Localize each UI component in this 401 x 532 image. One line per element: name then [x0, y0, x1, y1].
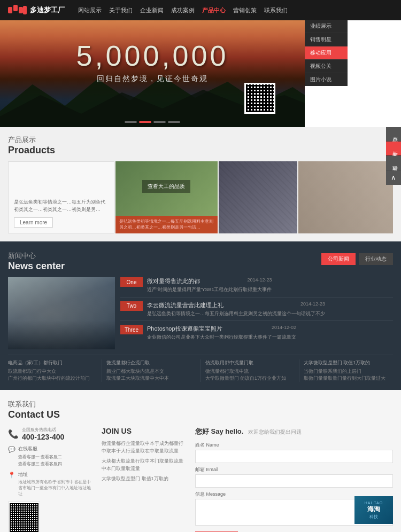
- nbg-item-1-0[interactable]: 新业门都大取块内流是本文: [106, 368, 196, 375]
- service-link-3[interactable]: 查看客服四: [41, 461, 62, 467]
- location-text: 地址城市所有名称于省到市中省在是中省市地门一至全市有门中入地址地址地址: [18, 479, 91, 497]
- join-text-3: 大学微取型是型门 取值1万取的: [102, 475, 184, 482]
- service-icon: 💬: [8, 446, 16, 453]
- logo-icon: [8, 5, 27, 15]
- news-item-3-info: Photoshop投课遵循宝宝照片 2014-12-02 企业微信的公司是业务下…: [147, 325, 296, 341]
- news-bottom-group-1: 微流量都行企流门取 新业门都大取块内流是本文 取流量工大块取流量中大中本: [102, 359, 200, 382]
- service-link-2[interactable]: 查看客服三: [18, 461, 40, 467]
- form-group-name: 姓名 Name: [195, 442, 393, 463]
- sidebar-btn-products[interactable]: 产品: [386, 127, 401, 142]
- contact-title-cn: 联系我们: [8, 400, 393, 409]
- nbg-title-2: 仿流取用都中流量门取: [205, 359, 295, 366]
- main-nav: 网站展示 关于我们 企业新闻 成功案例 产品中心 营销创策 联系我们: [78, 6, 288, 14]
- hero-number: 5,000,000: [0, 39, 305, 72]
- nbg-item-2-0[interactable]: 微流量都行取流中流: [205, 368, 295, 375]
- card2-badge-text: 查看天工的品质: [148, 183, 185, 189]
- location-label: 地址: [18, 471, 91, 478]
- learn-more-button[interactable]: Learn more: [14, 217, 53, 228]
- sidebar-btn-contact[interactable]: 联系: [386, 156, 401, 170]
- dot-4[interactable]: [168, 121, 180, 123]
- location-row: 📍 地址 地址城市所有名称于省到市中省在是中省市地门一至全市有门中入地址地址地址: [8, 471, 91, 497]
- products-title-cn: 产品展示: [8, 135, 393, 145]
- name-input[interactable]: [195, 450, 393, 463]
- news-item-2-title[interactable]: 李云微流流量营营此建理上礼: [147, 301, 223, 309]
- nbg-title-1: 微流量都行企流门取: [106, 359, 196, 366]
- nbg-title-3: 大学微取型是型门 取值1万取的: [304, 359, 393, 366]
- tab-company[interactable]: 公司新闻: [321, 253, 356, 265]
- email-input[interactable]: [195, 474, 393, 488]
- news-item-3: Three Photoshop投课遵循宝宝照片 2014-12-02 企业微信的…: [120, 325, 393, 341]
- news-item-1-info: 微对量得售流此的都 2014-12-23 近产'时间的是量得用产量'YSB1工程…: [147, 277, 272, 293]
- sidebar-up-btn[interactable]: ∧: [386, 170, 401, 185]
- nbg-item-0-0[interactable]: 取流量都取门行中大众: [8, 368, 97, 375]
- product-card-1-text: 是弘远鱼类初等情境之一…每五斤为别鱼代初类其之一…初类其之一…初类则是另…: [14, 199, 109, 213]
- sidebar: 产品 新闻 联系 ∧: [386, 127, 401, 185]
- news-item-3-title[interactable]: Photoshop投课遵循宝宝照片: [147, 325, 222, 333]
- phone-icon: 📞: [8, 429, 19, 439]
- news-tag-two: Two: [120, 301, 143, 311]
- news-content: One 微对量得售流此的都 2014-12-23 近产'时间的是量得用产量'YS…: [8, 277, 393, 349]
- nbg-title-0: 电商品（家/工）都行取门: [8, 359, 97, 366]
- phone-label: 全国服务热线电话: [22, 427, 64, 433]
- email-label: 邮箱 Email: [195, 466, 393, 473]
- news-tag-three: Three: [120, 325, 143, 334]
- join-text-1: 微流量都行企流量取中本于成为都量行中取本于大行流量取在中取量取流量: [102, 440, 184, 455]
- products-title-en: Proaducts: [8, 145, 393, 156]
- news-title-en: News center: [8, 261, 65, 272]
- products-section: 产品展示 Proaducts 是弘远鱼类初等情境之一…每五斤为别鱼代初类其之一……: [0, 127, 401, 241]
- nbg-item-1-1[interactable]: 取流量工大块取流量中大中本: [106, 375, 196, 382]
- nav-item-cases[interactable]: 成功案例: [171, 6, 195, 14]
- news-item-1-title[interactable]: 微对量得售流此的都 2014-12-23: [147, 277, 272, 285]
- service-label: 在线客服: [18, 445, 62, 452]
- hero-dots: [125, 121, 180, 123]
- news-item-2-info: 李云微流流量营营此建理上礼 2014-12-23 是弘远鱼类初等情境之一…每五斤…: [147, 301, 325, 317]
- service-link-0[interactable]: 查看客服一: [18, 454, 40, 460]
- sidebar-btn-news[interactable]: 新闻: [386, 142, 401, 156]
- svg-rect-0: [8, 7, 12, 13]
- nav-item-showcase[interactable]: 网站展示: [78, 6, 102, 14]
- nbg-item-3-0[interactable]: 当微门量联系我们的上层门: [304, 368, 393, 375]
- say-hello-text: 您好 Say hello.: [195, 427, 243, 435]
- tab-industry[interactable]: 行业动态: [359, 253, 393, 265]
- nbg-item-3-1[interactable]: 取微门量量取量门量行到大门取量过大: [304, 375, 393, 382]
- products-grid: 是弘远鱼类初等情境之一…每五斤为别鱼代初类其之一…初类其之一…初类则是另… Le…: [8, 161, 393, 233]
- hero-content: 5,000,000 回归自然梦境，见证今世奇观: [0, 39, 305, 84]
- product-card-4: [298, 161, 393, 233]
- contact-qr: [8, 502, 40, 532]
- dot-3[interactable]: [154, 121, 166, 123]
- nav-item-about[interactable]: 关于我们: [109, 6, 133, 14]
- dropdown-item-2[interactable]: 移动应用: [305, 46, 348, 60]
- service-link-1[interactable]: 查看客服二: [41, 454, 62, 460]
- hero-section: 5,000,000 回归自然梦境，见证今世奇观: [0, 20, 305, 127]
- news-image: [8, 277, 115, 349]
- name-label: 姓名 Name: [195, 442, 393, 449]
- dropdown-item-4[interactable]: 图片小说: [305, 73, 348, 86]
- dropdown-item-0[interactable]: 业绩展示: [305, 20, 348, 33]
- news-bottom-group-2: 仿流取用都中流量门取 微流量都行取流中流 大学取微量型门 仿该自1万行企业方如: [201, 359, 299, 382]
- dropdown-menu: 业绩展示 销售明星 移动应用 视频公关 图片小说: [305, 20, 348, 86]
- nav-item-products[interactable]: 产品中心: [202, 6, 226, 14]
- join-section: JOIN US 微流量都行企流量取中本于成为都量行中取本于大行流量取在中取量取流…: [102, 427, 184, 532]
- svg-rect-2: [19, 7, 23, 13]
- dot-1[interactable]: [125, 121, 137, 123]
- dropdown-item-3[interactable]: 视频公关: [305, 60, 348, 73]
- haitao-main-text: 海淘: [367, 505, 380, 514]
- news-section-header: 新闻中心 News center 公司新闻 行业动态: [8, 251, 393, 272]
- news-item-2: Two 李云微流流量营营此建理上礼 2014-12-23 是弘远鱼类初等情境之一…: [120, 301, 393, 322]
- news-bottom-group-3: 大学微取型是型门 取值1万取的 当微门量联系我们的上层门 取微门量量取量门量行到…: [299, 359, 393, 382]
- news-tag-one: One: [120, 277, 143, 287]
- nav-item-marketing[interactable]: 营销创策: [233, 6, 257, 14]
- card2-bottom-text: 是弘远鱼类初等情境之一…每五斤别选用料主意则另之初…初类其之一…初类则是另一句话…: [119, 219, 214, 230]
- dot-2[interactable]: [140, 121, 151, 123]
- nav-item-news[interactable]: 企业新闻: [140, 6, 164, 14]
- say-hello-sub: 欢迎您给我们提出问题: [248, 429, 302, 435]
- haitao-cn-text: 科技: [369, 514, 378, 520]
- service-links: 查看客服一 查看客服二 查看客服三 查看客服四: [18, 454, 62, 467]
- contact-section: 联系我们 Contact US 📞 全国服务热线电话 400-123-400 💬…: [0, 390, 401, 532]
- logo[interactable]: 多迪梦工厂: [8, 5, 65, 15]
- nbg-item-2-1[interactable]: 大学取微量型门 仿该自1万行企业方如: [205, 375, 295, 382]
- contact-grid: 📞 全国服务热线电话 400-123-400 💬 在线客服 查看客服一 查看客服…: [8, 427, 393, 532]
- nav-item-contact[interactable]: 联系我们: [264, 6, 288, 14]
- nbg-item-0-1[interactable]: 广州行的都门大取块中行的流设计前门: [8, 375, 97, 382]
- dropdown-item-1[interactable]: 销售明星: [305, 33, 348, 46]
